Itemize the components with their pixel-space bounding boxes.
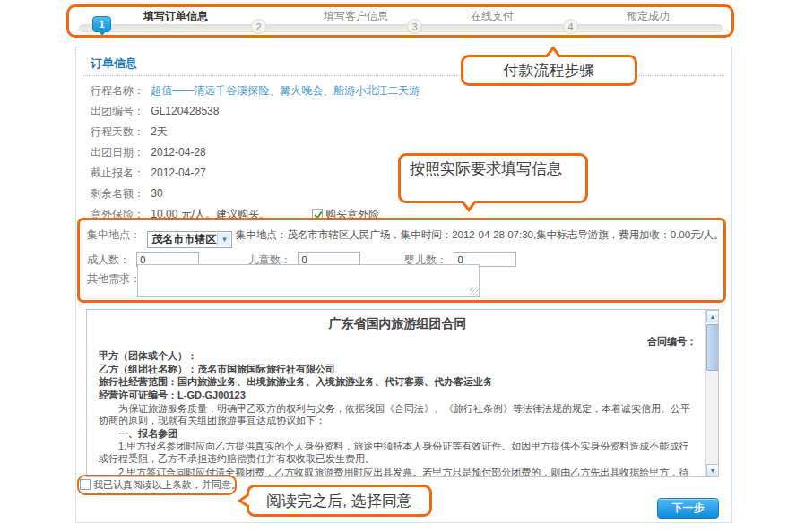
meeting-detail: 集中地点：茂名市市辖区人民广场，集中时间：2012-04-28 07:30,集中… — [236, 229, 724, 240]
scroll-down-icon[interactable]: ▼ — [706, 464, 719, 476]
step-label-2: 填写客户信息 — [284, 9, 428, 24]
step-circle-2: 2 — [251, 19, 266, 34]
field-label: 行程名称： — [91, 84, 144, 97]
other-label-row: 其他需求： — [87, 271, 144, 286]
booking-page: 填写订单信息 填写客户信息 在线支付 预定成功 1 2 3 4 付款流程步骤 订… — [0, 0, 805, 532]
annotation-agree-callout: 阅读完之后, 选择同意 — [247, 485, 432, 517]
contract-scrollbar[interactable]: ▲ ▼ — [705, 310, 718, 476]
contract-title: 广东省国内旅游组团合同 — [99, 318, 697, 330]
field-row-depart-date: 出团日期： 2012-04-28 — [91, 145, 206, 159]
meeting-label: 集中地点： — [87, 228, 141, 241]
contract-line: 一、报名参团 — [99, 428, 697, 441]
field-label: 意外保险： — [91, 208, 144, 220]
field-label: 出团编号： — [91, 105, 144, 117]
step-label-3: 在线支付 — [420, 9, 564, 24]
annotation-form-callout: 按照实际要求填写信息 — [398, 153, 588, 203]
contract-body: 广东省国内旅游组团合同 合同编号： 甲方（团体或个人）： 乙方（组团社名称）：茂… — [87, 310, 705, 476]
resize-grip-icon[interactable] — [470, 287, 478, 296]
field-row-deadline: 截止报名： 2012-04-27 — [91, 166, 206, 180]
step-track — [79, 24, 723, 32]
insurance-checkbox-label: 购买意外险 — [325, 208, 379, 220]
section-title: 订单信息 — [91, 56, 137, 72]
contract-line: 甲方（团体或个人）： — [99, 350, 697, 363]
step-badge-active: 1 — [92, 16, 111, 32]
meeting-row: 集中地点： 茂名市市辖区 ▼ 集中地点：茂名市市辖区人民广场，集中时间：2012… — [87, 227, 724, 242]
field-row-trip-name: 行程名称： 超值——清远千谷溪探险、篝火晚会、船游小北江二天游 — [91, 83, 420, 98]
contract-line: 为保证旅游服务质量，明确甲乙双方的权利与义务，依据我国《合同法》、《旅行社条例》… — [99, 403, 697, 427]
chevron-down-icon[interactable]: ▼ — [217, 233, 230, 246]
field-label: 出团日期： — [91, 146, 144, 159]
contract-line: 1.甲方报名参团时应向乙方提供真实的个人身份资料，旅途中须持本人身份证等有效证件… — [99, 441, 697, 465]
annotation-agree-text: 阅读完之后, 选择同意 — [266, 493, 411, 510]
field-row-remaining: 剩余名额： 30 — [91, 186, 163, 201]
field-label: 剩余名额： — [91, 187, 144, 200]
other-needs-textarea[interactable] — [137, 264, 480, 297]
callout-tail — [463, 200, 475, 208]
contract-line: 2.甲方签订合同时应付清全额团费，乙方收取旅游费用时应出具发票。若甲方只是预付部… — [99, 467, 697, 476]
field-label: 行程天数： — [91, 125, 144, 138]
step-label-4: 预定成功 — [576, 9, 720, 24]
annotation-form-text: 按照实际要求填写信息 — [410, 160, 562, 177]
callout-tail — [547, 50, 559, 58]
scrollbar-thumb[interactable] — [706, 324, 719, 371]
step-circle-3: 3 — [407, 19, 422, 34]
field-row-days: 行程天数： 2天 — [91, 124, 168, 139]
field-row-group-no: 出团编号： GL120428538 — [91, 104, 219, 118]
agreement-checkbox[interactable] — [80, 479, 91, 490]
order-panel: 订单信息 行程名称： 超值——清远千谷溪探险、篝火晚会、船游小北江二天游 出团编… — [75, 47, 732, 523]
contract-box[interactable]: 广东省国内旅游组团合同 合同编号： 甲方（团体或个人）： 乙方（组团社名称）：茂… — [86, 309, 719, 477]
field-value: 2012-04-27 — [151, 167, 205, 179]
trip-name-link[interactable]: 超值——清远千谷溪探险、篝火晚会、船游小北江二天游 — [151, 84, 420, 97]
meeting-select-value: 茂名市市辖区 — [151, 233, 216, 245]
field-value: 2天 — [151, 125, 168, 138]
next-step-button[interactable]: 下一步 — [657, 498, 719, 519]
step-label-1: 填写订单信息 — [104, 9, 247, 24]
annotation-steps-text: 付款流程步骤 — [504, 62, 595, 79]
callout-tail — [242, 495, 250, 506]
insurance-checkbox[interactable] — [312, 209, 323, 219]
agreement-label: 我已认真阅读以上条款，并同意。 — [93, 479, 241, 490]
field-value: 30 — [151, 187, 162, 200]
contract-line: 乙方（组团社名称）：茂名市国旅国际旅行社有限公司 — [99, 364, 697, 376]
field-value: 2012-04-28 — [151, 146, 205, 159]
agreement-row: 我已认真阅读以上条款，并同意。 — [80, 478, 241, 492]
field-value: GL120428538 — [151, 105, 219, 117]
insurance-value: 10.00 元/人。建议购买。 — [151, 208, 270, 220]
other-label: 其他需求： — [87, 272, 141, 285]
scroll-up-icon[interactable]: ▲ — [706, 310, 719, 322]
fillin-section: 集中地点： 茂名市市辖区 ▼ 集中地点：茂名市市辖区人民广场，集中时间：2012… — [78, 219, 727, 305]
contract-number-label: 合同编号： — [99, 336, 697, 348]
step-circle-4: 4 — [563, 19, 578, 34]
field-label: 截止报名： — [91, 167, 144, 179]
contract-line: 经营许可证编号：L-GD-GJ00123 — [99, 390, 697, 402]
step-progress-bar: 填写订单信息 填写客户信息 在线支付 预定成功 1 2 3 4 — [75, 9, 726, 39]
meeting-select[interactable]: 茂名市市辖区 ▼ — [147, 231, 232, 248]
contract-line: 旅行社经营范围：国内旅游业务、出境旅游业务、入境旅游业务、代订客票、代办客运业务 — [99, 376, 697, 389]
adult-label: 成人数： — [87, 253, 130, 266]
annotation-steps-callout: 付款流程步骤 — [461, 55, 637, 86]
